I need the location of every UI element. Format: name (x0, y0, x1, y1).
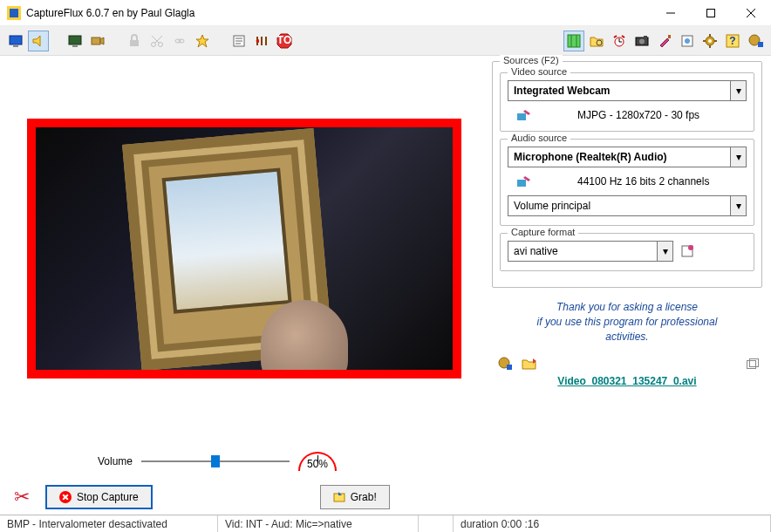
alarm-icon[interactable] (609, 31, 630, 51)
svg-point-39 (639, 38, 645, 44)
sources-panel-icon[interactable] (563, 31, 584, 51)
monitor-icon[interactable] (5, 31, 26, 51)
svg-rect-1 (10, 9, 18, 17)
globe-icon[interactable] (745, 31, 766, 51)
svg-marker-12 (100, 38, 104, 44)
output-file-row (492, 356, 762, 372)
volume-label: Volume (98, 455, 133, 467)
main-area: Volume 50% ✂ Stop Capture Grab! Sources … (0, 56, 771, 515)
svg-rect-31 (568, 35, 580, 47)
star-icon[interactable] (192, 31, 213, 51)
svg-rect-13 (130, 40, 139, 46)
audio-mode-text: 44100 Hz 16 bits 2 channels (577, 175, 709, 188)
schedule-icon[interactable] (251, 31, 272, 51)
license-thanks: Thank you for asking a license if you us… (492, 295, 762, 349)
svg-rect-3 (707, 9, 715, 17)
svg-point-19 (179, 39, 184, 43)
status-cell-3 (419, 515, 454, 532)
video-settings-icon[interactable] (516, 108, 532, 122)
video-mode-text: MJPG - 1280x720 - 30 fps (577, 109, 699, 121)
video-frame (36, 127, 453, 370)
grab-button[interactable]: Grab! (320, 485, 390, 509)
window-title: CaptureFlux 6.0.7 en by Paul Glagla (26, 7, 651, 19)
output-file-link[interactable]: Video_080321_135247_0.avi (557, 375, 696, 387)
svg-rect-6 (10, 36, 22, 44)
speaker-icon[interactable] (28, 31, 49, 51)
status-cell-4: duration 0:00 :16 (454, 515, 771, 532)
close-button[interactable] (731, 0, 771, 26)
app-icon (7, 6, 21, 20)
left-pane: Volume 50% ✂ Stop Capture Grab! (0, 56, 488, 515)
capture-format-group: Capture format avi native ▾ (500, 233, 754, 271)
svg-rect-40 (644, 36, 647, 38)
svg-text:?: ? (729, 35, 735, 47)
svg-rect-57 (517, 180, 526, 187)
svg-rect-41 (668, 35, 671, 38)
camera-icon[interactable] (87, 31, 108, 51)
status-bar: BMP - Intervalometer desactivated Vid: I… (0, 515, 771, 532)
right-pane: Sources (F2) Video source Integrated Web… (488, 56, 771, 515)
stop-icon (59, 491, 72, 503)
chevron-down-icon: ▾ (730, 147, 746, 167)
svg-rect-7 (13, 45, 18, 47)
chevron-down-icon: ▾ (730, 81, 746, 100)
svg-text:STOP: STOP (276, 34, 292, 46)
paint-icon[interactable] (654, 31, 675, 51)
snapshot-icon[interactable] (631, 31, 652, 51)
config-icon[interactable] (677, 31, 698, 51)
svg-rect-64 (750, 359, 759, 367)
video-source-label: Video source (508, 66, 570, 77)
capture-buttons-row: ✂ Stop Capture Grab! (10, 485, 478, 509)
svg-rect-53 (758, 42, 763, 47)
maximize-button[interactable] (691, 0, 731, 26)
svg-marker-20 (196, 35, 208, 47)
audio-source-group: Audio source Microphone (Realtek(R) Audi… (500, 139, 754, 226)
svg-rect-63 (747, 361, 756, 369)
minimize-button[interactable] (651, 0, 691, 26)
link-icon[interactable] (169, 31, 190, 51)
svg-rect-9 (69, 36, 81, 44)
help-icon[interactable]: ? (722, 31, 743, 51)
lock-icon[interactable] (124, 31, 145, 51)
video-preview (27, 119, 461, 379)
svg-point-43 (685, 38, 690, 44)
window-restore-icon[interactable] (747, 358, 759, 369)
volume-slider[interactable] (141, 453, 290, 470)
svg-rect-10 (72, 45, 78, 47)
volume-gauge: 50% (298, 452, 337, 471)
scissors-icon[interactable]: ✂ (14, 486, 30, 508)
format-config-icon[interactable] (680, 244, 696, 258)
stop-icon[interactable]: STOP (274, 31, 295, 51)
note-icon[interactable] (229, 31, 249, 51)
svg-rect-11 (92, 38, 100, 44)
folder-search-icon[interactable] (586, 31, 607, 51)
capture-format-label: Capture format (508, 227, 578, 237)
video-device-select[interactable]: Integrated Webcam ▾ (508, 80, 747, 101)
sources-legend: Sources (F2) (500, 55, 563, 65)
display-icon[interactable] (65, 31, 85, 51)
folder-open-icon[interactable] (522, 357, 537, 371)
audio-volume-select[interactable]: Volume principal ▾ (508, 195, 747, 216)
svg-rect-61 (507, 365, 512, 370)
chevron-down-icon: ▾ (657, 242, 672, 261)
main-toolbar: STOP ? (0, 26, 771, 56)
status-cell-1: BMP - Intervalometer desactivated (0, 515, 218, 532)
volume-row: Volume 50% (98, 452, 478, 471)
chevron-down-icon: ▾ (730, 196, 746, 215)
svg-marker-8 (33, 36, 40, 46)
globe-small-icon[interactable] (497, 356, 513, 372)
svg-rect-56 (517, 113, 526, 120)
gear-icon[interactable] (699, 31, 720, 51)
grab-icon (333, 491, 345, 503)
status-cell-2: Vid: INT - Aud: Mic=>native (218, 515, 419, 532)
stop-capture-button[interactable]: Stop Capture (45, 485, 153, 509)
audio-settings-icon[interactable] (516, 174, 532, 188)
audio-source-label: Audio source (508, 133, 570, 143)
video-source-group: Video source Integrated Webcam ▾ MJPG - … (500, 72, 754, 132)
sources-panel: Sources (F2) Video source Integrated Web… (492, 61, 762, 288)
title-bar: CaptureFlux 6.0.7 en by Paul Glagla (0, 0, 771, 26)
audio-device-select[interactable]: Microphone (Realtek(R) Audio) ▾ (508, 147, 747, 167)
svg-point-45 (708, 39, 712, 43)
cut-icon[interactable] (147, 31, 167, 51)
capture-format-select[interactable]: avi native ▾ (508, 241, 673, 262)
